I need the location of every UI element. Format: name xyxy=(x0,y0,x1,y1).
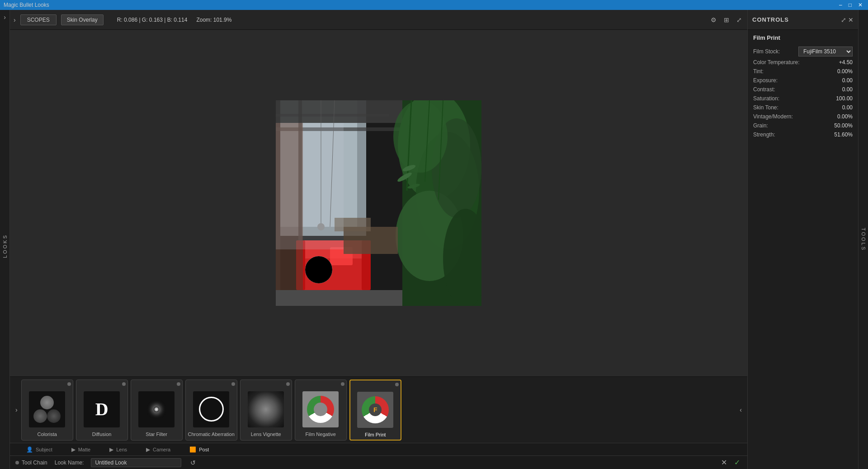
controls-close-button[interactable]: ✕ xyxy=(848,16,854,23)
lens-icon: ▶ xyxy=(109,446,113,453)
title-bar: Magic Bullet Looks – □ ✕ xyxy=(0,0,868,10)
controls-panel: CONTROLS ⤢ ✕ Film Print Film Stock: Fuji… xyxy=(747,10,858,469)
controls-title: CONTROLS xyxy=(752,16,789,23)
colorista-dot xyxy=(67,382,71,386)
saturation-value[interactable]: 100.00 xyxy=(836,95,853,102)
camera-label: Camera xyxy=(153,447,170,452)
film-neg-inner xyxy=(307,396,334,423)
colorista-icon xyxy=(29,391,65,427)
vintage-modern-value[interactable]: 0.00% xyxy=(837,113,853,120)
tab-matte[interactable]: ▶ Matte xyxy=(69,446,94,454)
tab-post[interactable]: 🟧 Post xyxy=(187,446,212,454)
expand-icon[interactable]: ⤢ xyxy=(735,15,744,24)
toolbar-icons: ⚙ ⊞ ⤢ xyxy=(709,15,744,24)
tools-label: TOOLS xyxy=(861,228,866,251)
svg-point-13 xyxy=(393,100,448,173)
reset-button[interactable]: ↺ xyxy=(189,458,198,467)
tool-card-film-print[interactable]: F Film Print xyxy=(349,380,401,441)
chromatic-label: Chromatic Aberration xyxy=(188,431,235,437)
looks-label: LOOKS xyxy=(2,234,8,258)
exposure-value[interactable]: 0.00 xyxy=(842,77,853,84)
skin-overlay-button[interactable]: Skin Overlay xyxy=(61,14,104,25)
tool-chain-right-arrow[interactable]: ‹ xyxy=(738,379,744,441)
star-filter-header xyxy=(131,380,182,388)
looks-sidebar-arrow[interactable]: › xyxy=(2,12,8,23)
film-print-icon-area: F xyxy=(355,389,396,430)
camera-icon: ▶ xyxy=(146,446,150,453)
tool-card-film-negative[interactable]: Film Negative xyxy=(295,380,347,441)
scopes-expand-arrow[interactable]: › xyxy=(14,16,16,23)
exposure-row: Exposure: 0.00 xyxy=(753,77,853,84)
minimize-button[interactable]: – xyxy=(837,2,844,8)
controls-content: Film Print Film Stock: FujiFilm 3510 Col… xyxy=(748,30,858,469)
chromatic-dot xyxy=(231,382,235,386)
tool-chain-text: Tool Chain xyxy=(22,460,47,466)
contrast-value[interactable]: 0.00 xyxy=(842,86,853,93)
settings-icon[interactable]: ⚙ xyxy=(709,15,718,24)
status-bar: Tool Chain Look Name: ↺ ✕ ✓ xyxy=(10,455,747,469)
colorista-header xyxy=(22,380,73,388)
tool-card-star-filter[interactable]: Star Filter xyxy=(131,380,183,441)
share-icon[interactable]: ⊞ xyxy=(722,15,731,24)
tool-card-colorista[interactable]: Colorista xyxy=(21,380,73,441)
tab-subject[interactable]: 👤 Subject xyxy=(24,446,55,454)
tab-lens[interactable]: ▶ Lens xyxy=(107,446,130,454)
contrast-label: Contrast: xyxy=(753,86,775,93)
colorista-circle-top xyxy=(40,396,54,409)
film-negative-icon-area xyxy=(300,389,341,430)
diffusion-dot xyxy=(122,382,126,386)
colorista-icon-area xyxy=(27,389,67,430)
tint-label: Tint: xyxy=(753,68,764,75)
colorista-circles xyxy=(33,396,61,423)
film-print-label: Film Print xyxy=(365,432,386,437)
film-print-header xyxy=(350,380,401,389)
tools-sidebar: TOOLS xyxy=(858,10,868,469)
skin-tone-label: Skin Tone: xyxy=(753,104,778,111)
tab-camera[interactable]: ▶ Camera xyxy=(143,446,173,454)
bottom-area: › xyxy=(10,376,747,455)
close-button[interactable]: ✕ xyxy=(856,2,864,8)
chromatic-aberration-icon xyxy=(193,391,229,427)
lens-vignette-header xyxy=(241,380,292,388)
controls-expand-button[interactable]: ⤢ xyxy=(841,16,846,23)
look-name-input[interactable] xyxy=(91,458,181,467)
saturation-row: Saturation: 100.00 xyxy=(753,95,853,102)
lens-vignette-label: Lens Vignette xyxy=(251,431,281,437)
film-stock-row: Film Stock: FujiFilm 3510 xyxy=(753,47,853,56)
color-temp-value[interactable]: +4.50 xyxy=(839,59,853,66)
vintage-modern-row: Vintage/Modern: 0.00% xyxy=(753,113,853,120)
svg-point-27 xyxy=(305,256,332,283)
tool-card-lens-vignette[interactable]: Lens Vignette xyxy=(240,380,292,441)
tool-chain-label: Tool Chain xyxy=(15,460,47,466)
colorista-circle-br xyxy=(47,409,61,423)
look-name-label: Look Name: xyxy=(55,460,84,466)
category-row: 👤 Subject ▶ Matte ▶ Lens ▶ Camera 🟧 xyxy=(10,443,747,455)
film-print-dot xyxy=(395,383,399,386)
tool-card-diffusion[interactable]: D Diffusion xyxy=(76,380,128,441)
tool-chain-left-arrow[interactable]: › xyxy=(14,379,19,441)
film-print-panel-title: Film Print xyxy=(753,34,853,41)
tool-chain-row: › xyxy=(10,377,747,443)
lens-vignette-icon-area xyxy=(245,389,286,430)
skin-tone-value[interactable]: 0.00 xyxy=(842,104,853,111)
strength-value[interactable]: 51.60% xyxy=(834,131,853,138)
tool-card-chromatic[interactable]: Chromatic Aberration xyxy=(185,380,237,441)
lens-label: Lens xyxy=(116,447,127,452)
grain-value[interactable]: 50.00% xyxy=(834,122,853,129)
scopes-button[interactable]: SCOPES xyxy=(20,14,57,25)
matte-icon: ▶ xyxy=(71,446,75,453)
confirm-button[interactable]: ✓ xyxy=(732,457,742,468)
maximize-button[interactable]: □ xyxy=(847,2,854,8)
post-label: Post xyxy=(199,447,209,452)
film-print-center: F xyxy=(369,403,382,416)
film-stock-label: Film Stock: xyxy=(753,48,780,55)
star-filter-icon-area xyxy=(136,389,177,430)
preview-svg xyxy=(276,100,481,306)
tint-value[interactable]: 0.00% xyxy=(837,68,853,75)
svg-rect-28 xyxy=(276,290,402,306)
cancel-button[interactable]: ✕ xyxy=(719,457,729,468)
film-stock-select[interactable]: FujiFilm 3510 xyxy=(798,47,853,56)
image-viewer xyxy=(10,30,747,376)
vintage-modern-label: Vintage/Modern: xyxy=(753,113,793,120)
star-filter-icon xyxy=(138,391,175,427)
